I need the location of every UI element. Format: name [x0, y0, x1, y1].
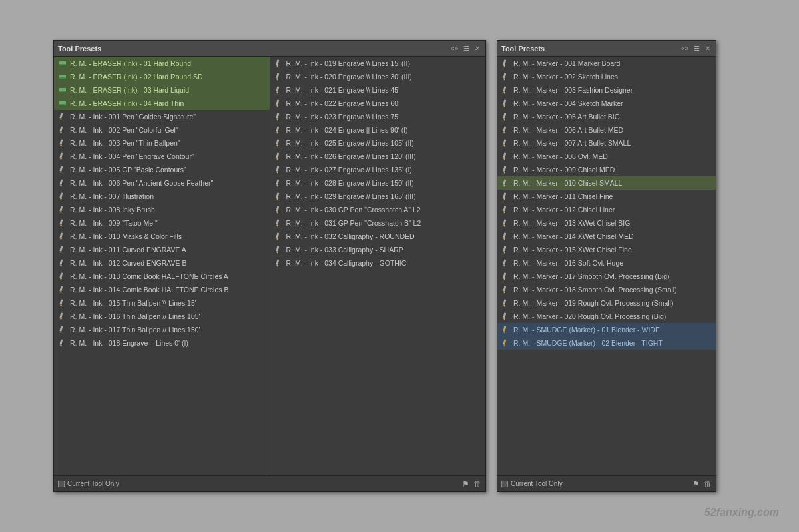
tool-item[interactable]: R. M. - Ink - 018 Engrave = Lines 0' (I)	[54, 336, 270, 350]
panel-left-collapse[interactable]: «»	[449, 45, 459, 52]
tool-item-label: R. M. - Ink - 001 Pen "Golden Signature"	[70, 113, 196, 121]
tool-item[interactable]: R. M. - Ink - 007 Illustration	[54, 190, 270, 203]
svg-marker-55	[276, 132, 278, 134]
svg-rect-48	[276, 86, 279, 92]
tool-item[interactable]: R. M. - Ink - 031 GP Pen "Crosshatch B" …	[270, 216, 486, 230]
tool-item[interactable]: R. M. - Marker - 015 XWet Chisel Fine	[497, 243, 716, 256]
trash-icon-right[interactable]: 🗑	[704, 479, 712, 489]
tool-item[interactable]: R. M. - Ink - 001 Pen "Golden Signature"	[54, 110, 270, 123]
tool-item[interactable]: R. M. - Ink - 010 Masks & Color Fills	[54, 230, 270, 243]
panel-right-close[interactable]: ✕	[704, 45, 712, 52]
tool-item[interactable]: R. M. - Marker - 013 XWet Chisel BIG	[497, 216, 716, 230]
tool-item[interactable]: R. M. - Marker - 017 Smooth Ovl. Process…	[497, 270, 716, 283]
tool-item[interactable]: R. M. - Ink - 003 Pen "Thin Ballpen"	[54, 136, 270, 150]
tool-item[interactable]: R. M. - Marker - 011 Chisel Fine	[497, 190, 716, 203]
svg-marker-45	[276, 65, 278, 67]
tool-item[interactable]: R. M. - Marker - 019 Rough Ovl. Processi…	[497, 296, 716, 310]
svg-marker-73	[276, 252, 278, 254]
tool-item[interactable]: R. M. - Ink - 022 Engrave \\ Lines 60'	[270, 97, 486, 110]
pencil-icon	[274, 165, 284, 174]
panel-left-close[interactable]: ✕	[473, 45, 481, 52]
tool-item[interactable]: R. M. - Marker - 008 Ovl. MED	[497, 150, 716, 163]
tool-item[interactable]: R. M. - Marker - 005 Art Bullet BIG	[497, 110, 716, 123]
tool-item[interactable]: R. M. - Marker - 007 Art Bullet SMALL	[497, 136, 716, 150]
tool-item[interactable]: R. M. - Ink - 009 "Tatoo Me!"	[54, 216, 270, 230]
panel-right-header: Tool Presets «» ☰ ✕	[497, 41, 716, 57]
tool-item[interactable]: R. M. - Ink - 006 Pen "Ancient Goose Fea…	[54, 176, 270, 190]
pencil-icon	[501, 72, 511, 81]
tool-item[interactable]: R. M. - Marker - 001 Marker Board	[497, 57, 716, 70]
tool-item[interactable]: R. M. - Ink - 013 Comic Book HALFTONE Ci…	[54, 270, 270, 283]
tool-item[interactable]: R. M. - Ink - 023 Engrave \\ Lines 75'	[270, 110, 486, 123]
tool-item[interactable]: R. M. - Ink - 029 Engrave // Lines 165' …	[270, 190, 486, 203]
svg-rect-68	[276, 219, 279, 225]
tool-item[interactable]: R. M. - Marker - 012 Chisel Liner	[497, 203, 716, 216]
panel-right-menu[interactable]: ☰	[692, 45, 701, 52]
tool-item[interactable]: R. M. - Marker - 016 Soft Ovl. Huge	[497, 256, 716, 270]
svg-rect-46	[276, 73, 279, 79]
tool-item[interactable]: R. M. - Ink - 004 Pen "Engrave Contour"	[54, 150, 270, 163]
tool-item[interactable]: R. M. - Marker - 018 Smooth Ovl. Process…	[497, 283, 716, 296]
tool-item[interactable]: R. M. - Ink - 005 GP "Basic Contours"	[54, 163, 270, 176]
tool-item[interactable]: R. M. - Ink - 012 Curved ENGRAVE B	[54, 256, 270, 270]
tool-item[interactable]: R. M. - Marker - 014 XWet Chisel MED	[497, 230, 716, 243]
tool-item[interactable]: R. M. - Ink - 020 Engrave \\ Lines 30' (…	[270, 70, 486, 83]
tool-item[interactable]: R. M. - Marker - 003 Fashion Designer	[497, 83, 716, 97]
tool-item[interactable]: R. M. - Ink - 032 Calligraphy - ROUNDED	[270, 230, 486, 243]
pencil-icon	[274, 218, 284, 228]
tool-item[interactable]: R. M. - Ink - 019 Engrave \\ Lines 15' (…	[270, 57, 486, 70]
tool-item[interactable]: R. M. - Ink - 028 Engrave // Lines 150' …	[270, 176, 486, 190]
tool-item[interactable]: R. M. - ERASER (Ink) - 03 Hard Liquid	[54, 83, 270, 97]
current-tool-checkbox-right[interactable]	[501, 481, 508, 487]
tool-item[interactable]: R. M. - ERASER (Ink) - 01 Hard Round	[54, 57, 270, 70]
tool-item[interactable]: R. M. - Marker - 002 Sketch Lines	[497, 70, 716, 83]
tool-item[interactable]: R. M. - Ink - 002 Pen "Colorful Gel"	[54, 123, 270, 136]
panel-left-body: R. M. - ERASER (Ink) - 01 Hard Round R. …	[54, 57, 485, 475]
tool-item[interactable]: R. M. - ERASER (Ink) - 04 Hard Thin	[54, 97, 270, 110]
pencil-icon	[58, 192, 67, 201]
flag-icon-right[interactable]: ⚑	[692, 479, 700, 489]
tool-item[interactable]: R. M. - Marker - 009 Chisel MED	[497, 163, 716, 176]
tool-item[interactable]: R. M. - Marker - 004 Sketch Marker	[497, 97, 716, 110]
tool-item[interactable]: R. M. - Ink - 024 Engrave || Lines 90' (…	[270, 123, 486, 136]
tool-item[interactable]: R. M. - Marker - 010 Chisel SMALL	[497, 176, 716, 190]
svg-rect-104	[503, 246, 506, 252]
pencil-icon	[58, 125, 67, 134]
tool-item-label: R. M. - Marker - 008 Ovl. MED	[513, 152, 608, 160]
svg-rect-28	[59, 246, 63, 252]
tool-item[interactable]: R. M. - Marker - 006 Art Bullet MED	[497, 123, 716, 136]
svg-rect-7	[59, 104, 66, 105]
tool-item[interactable]: R. M. - Ink - 017 Thin Ballpen // Lines …	[54, 323, 270, 336]
tool-item-label: R. M. - ERASER (Ink) - 02 Hard Round SD	[70, 73, 203, 81]
panel-left-menu[interactable]: ☰	[462, 45, 471, 52]
tool-item[interactable]: R. M. - Ink - 016 Thin Ballpen // Lines …	[54, 310, 270, 323]
tool-item[interactable]: R. M. - Ink - 025 Engrave // Lines 105' …	[270, 136, 486, 150]
tool-item[interactable]: R. M. - Ink - 027 Engrave // Lines 135' …	[270, 163, 486, 176]
tool-item-label: R. M. - Ink - 030 GP Pen "Crosshatch A" …	[286, 206, 421, 214]
tool-item[interactable]: R. M. - Ink - 015 Thin Ballpen \\ Lines …	[54, 296, 270, 310]
tool-item[interactable]: R. M. - Ink - 008 Inky Brush	[54, 203, 270, 216]
svg-rect-58	[276, 152, 279, 158]
tool-item[interactable]: R. M. - Ink - 034 Calligraphy - GOTHIC	[270, 256, 486, 270]
tool-item[interactable]: R. M. - Ink - 033 Calligraphy - SHARP	[270, 243, 486, 256]
flag-icon-left[interactable]: ⚑	[462, 479, 469, 489]
panel-right-collapse[interactable]: «»	[680, 45, 690, 52]
tool-item-label: R. M. - Ink - 014 Comic Book HALFTONE Ci…	[70, 286, 228, 294]
svg-marker-49	[276, 92, 278, 94]
tool-item-label: R. M. - Ink - 007 Illustration	[70, 192, 154, 200]
current-tool-checkbox-left[interactable]	[58, 481, 65, 487]
tool-item[interactable]: R. M. - Marker - 020 Rough Ovl. Processi…	[497, 310, 716, 323]
svg-marker-105	[503, 252, 505, 254]
panel-left-column-1: R. M. - ERASER (Ink) - 01 Hard Round R. …	[54, 57, 270, 475]
pencil-icon	[501, 218, 511, 228]
tool-item[interactable]: R. M. - Ink - 021 Engrave \\ Lines 45'	[270, 83, 486, 97]
tool-item[interactable]: R. M. - Ink - 030 GP Pen "Crosshatch A" …	[270, 203, 486, 216]
tool-item[interactable]: R. M. - Ink - 011 Curved ENGRAVE A	[54, 243, 270, 256]
tool-item-label: R. M. - ERASER (Ink) - 04 Hard Thin	[70, 99, 184, 107]
trash-icon-left[interactable]: 🗑	[473, 479, 481, 489]
tool-item[interactable]: R. M. - ERASER (Ink) - 02 Hard Round SD	[54, 70, 270, 83]
tool-item[interactable]: R. M. - Ink - 014 Comic Book HALFTONE Ci…	[54, 283, 270, 296]
tool-item[interactable]: R. M. - Ink - 026 Engrave // Lines 120' …	[270, 150, 486, 163]
tool-item[interactable]: R. M. - SMUDGE (Marker) - 01 Blender - W…	[497, 323, 716, 336]
tool-item[interactable]: R. M. - SMUDGE (Marker) - 02 Blender - T…	[497, 336, 716, 350]
